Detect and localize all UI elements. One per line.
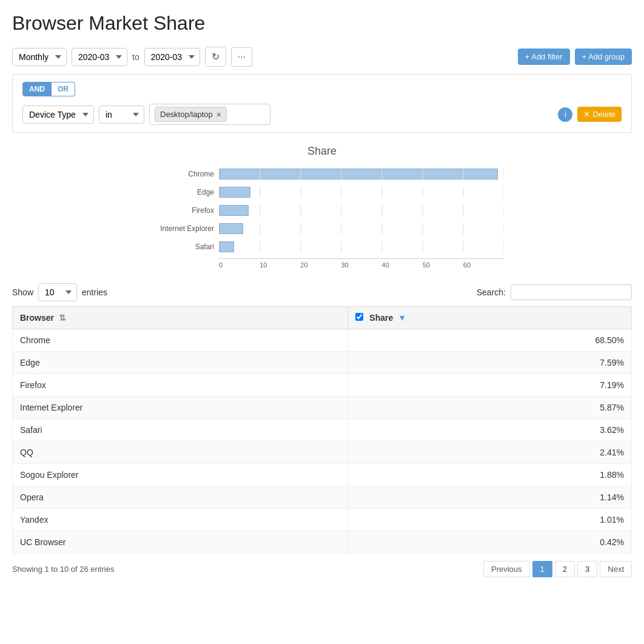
more-options-button[interactable]: ···	[231, 47, 252, 67]
chart-container: Chrome Edge Firefox Internet Explorer	[12, 167, 632, 269]
table-row: Firefox 7.19%	[13, 374, 632, 397]
to-date-select-wrapper: 2020-03 2020-01 2020-02 2020-04	[144, 48, 200, 66]
add-filter-button[interactable]: + Add filter	[518, 49, 570, 65]
search-control: Search:	[477, 284, 632, 300]
share-cell: 1.14%	[348, 486, 632, 509]
filter-tags-input[interactable]: Desktop/laptop ×	[149, 104, 270, 125]
to-date-select[interactable]: 2020-03 2020-01 2020-02 2020-04	[144, 48, 200, 66]
or-button[interactable]: OR	[52, 82, 75, 96]
browser-cell: UC Browser	[13, 531, 348, 554]
bar-area	[219, 223, 504, 234]
filter-info-button[interactable]: i	[558, 107, 572, 122]
chart-title: Share	[12, 145, 632, 158]
filter-field-select[interactable]: Device Type	[22, 106, 94, 124]
refresh-button[interactable]: ↻	[205, 47, 226, 67]
page-1-button[interactable]: 1	[532, 561, 552, 577]
top-controls-row: Monthly Daily Weekly Yearly 2020-03 2020…	[12, 47, 632, 67]
show-label: Show	[12, 287, 33, 297]
bar-row: Edge	[140, 186, 504, 199]
bar-row: Firefox	[140, 204, 504, 217]
filter-section: AND OR Device Type in not in Desktop/lap…	[12, 74, 632, 133]
share-cell: 5.87%	[348, 397, 632, 419]
browser-sort-icon: ⇅	[59, 313, 66, 323]
share-sort-icon: ▼	[398, 313, 406, 323]
share-cell: 68.50%	[348, 329, 632, 352]
x-tick: 30	[341, 261, 381, 269]
x-tick: 0	[219, 261, 260, 269]
filter-delete-button[interactable]: ✕ Delete	[577, 107, 622, 122]
bar-label: Chrome	[140, 170, 219, 178]
filter-tag: Desktop/laptop ×	[155, 107, 227, 122]
show-entries: Show 10 5 25 50 100 entries	[12, 283, 107, 301]
browser-cell: Safari	[13, 419, 348, 441]
share-cell: 7.59%	[348, 352, 632, 374]
share-cell: 1.88%	[348, 464, 632, 486]
table-controls: Show 10 5 25 50 100 entries Search:	[12, 283, 632, 301]
previous-button[interactable]: Previous	[483, 561, 530, 577]
x-tick: 50	[423, 261, 463, 269]
bar-area	[219, 169, 504, 179]
filter-tag-label: Desktop/laptop	[160, 110, 213, 119]
and-button[interactable]: AND	[22, 82, 52, 96]
table-row: Edge 7.59%	[13, 352, 632, 374]
bar-row: Chrome	[140, 167, 504, 181]
filter-field-select-wrapper: Device Type	[22, 106, 94, 124]
table-row: Chrome 68.50%	[13, 329, 632, 352]
browser-cell: Edge	[13, 352, 348, 374]
delete-label: Delete	[592, 110, 615, 119]
filter-row: Device Type in not in Desktop/laptop × i…	[22, 104, 622, 125]
entries-label: entries	[82, 287, 107, 297]
bar-fill	[220, 187, 250, 198]
next-button[interactable]: Next	[600, 561, 632, 577]
header-right-buttons: + Add filter + Add group	[518, 49, 632, 65]
filter-actions: i ✕ Delete	[558, 107, 622, 122]
from-date-select[interactable]: 2020-03 2020-01 2020-02 2020-04	[72, 48, 127, 66]
bar-area	[219, 205, 504, 216]
period-select-wrapper: Monthly Daily Weekly Yearly	[12, 48, 67, 66]
bar-fill	[220, 241, 234, 252]
share-column-header[interactable]: Share ▼	[348, 307, 632, 329]
search-input[interactable]	[511, 284, 632, 300]
bar-row: Safari	[140, 240, 504, 253]
table-row: UC Browser 0.42%	[13, 531, 632, 554]
grid-lines	[220, 223, 504, 234]
filter-operator-select[interactable]: in not in	[99, 106, 144, 124]
bar-area	[219, 187, 504, 198]
table-body: Chrome 68.50% Edge 7.59% Firefox 7.19% I…	[13, 329, 632, 554]
browser-cell: QQ	[13, 441, 348, 464]
delete-x-icon: ✕	[583, 110, 590, 119]
grid-lines	[220, 187, 504, 198]
page-title: Browser Market Share	[12, 12, 632, 35]
page-3-button[interactable]: 3	[577, 561, 597, 577]
bar-row: Internet Explorer	[140, 222, 504, 235]
table-row: QQ 2.41%	[13, 441, 632, 464]
bar-label: Safari	[140, 243, 219, 251]
x-tick: 40	[382, 261, 423, 269]
period-select[interactable]: Monthly Daily Weekly Yearly	[12, 48, 67, 66]
add-group-button[interactable]: + Add group	[575, 49, 632, 65]
and-or-row: AND OR	[22, 82, 622, 96]
filter-tag-remove[interactable]: ×	[216, 110, 221, 119]
bar-label: Firefox	[140, 206, 219, 215]
table-row: Opera 1.14%	[13, 486, 632, 509]
bar-fill	[220, 223, 243, 234]
grid-lines	[220, 241, 504, 252]
table-row: Yandex 1.01%	[13, 509, 632, 531]
data-table: Browser ⇅ Share ▼ Chrome 68.50% Edge 7.5…	[12, 306, 632, 554]
table-row: Safari 3.62%	[13, 419, 632, 441]
table-row: Internet Explorer 5.87%	[13, 397, 632, 419]
table-row: Sogou Explorer 1.88%	[13, 464, 632, 486]
bar-chart: Chrome Edge Firefox Internet Explorer	[140, 167, 504, 269]
chart-section: Share Chrome Edge Firefox Internet	[12, 145, 632, 269]
browser-cell: Firefox	[13, 374, 348, 397]
bar-area	[219, 241, 504, 252]
share-checkbox[interactable]	[355, 313, 363, 321]
grid-lines	[220, 205, 504, 216]
browser-column-header[interactable]: Browser ⇅	[13, 307, 348, 329]
share-cell: 3.62%	[348, 419, 632, 441]
page-2-button[interactable]: 2	[555, 561, 575, 577]
entries-select[interactable]: 10 5 25 50 100	[38, 283, 77, 301]
browser-cell: Yandex	[13, 509, 348, 531]
share-cell: 2.41%	[348, 441, 632, 464]
x-axis: 0102030405060	[219, 258, 504, 269]
